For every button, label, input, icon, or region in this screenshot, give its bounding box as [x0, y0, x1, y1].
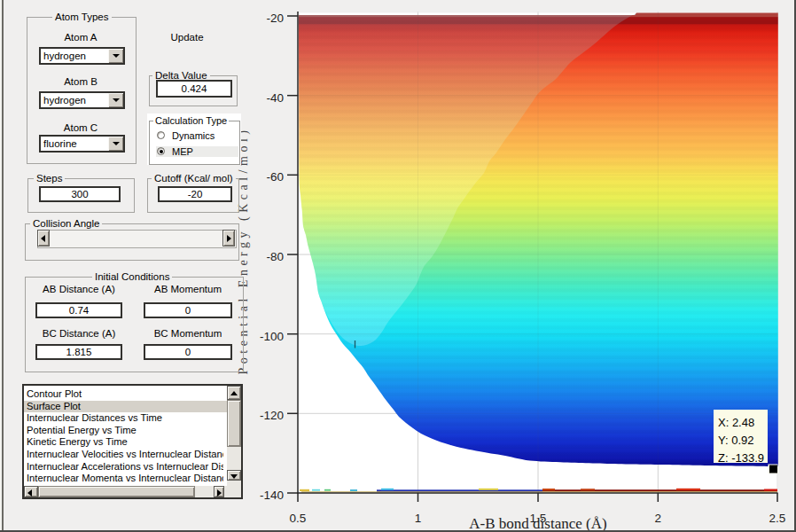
svg-text:-40: -40: [266, 91, 284, 105]
svg-text:Z: -133.9: Z: -133.9: [718, 451, 764, 465]
svg-text:0.5: 0.5: [290, 512, 307, 525]
svg-text:-100: -100: [260, 330, 284, 343]
svg-text:-140: -140: [260, 489, 284, 502]
svg-text:1: 1: [415, 512, 422, 525]
svg-text:-80: -80: [266, 250, 284, 263]
svg-text:2: 2: [655, 512, 662, 525]
svg-text:2.5: 2.5: [769, 512, 786, 525]
svg-text:Y: 0.92: Y: 0.92: [718, 434, 753, 447]
svg-text:-20: -20: [266, 12, 284, 25]
svg-text:-60: -60: [266, 170, 284, 184]
svg-text:-120: -120: [260, 409, 284, 422]
svg-text:X: 2.48: X: 2.48: [718, 416, 754, 429]
